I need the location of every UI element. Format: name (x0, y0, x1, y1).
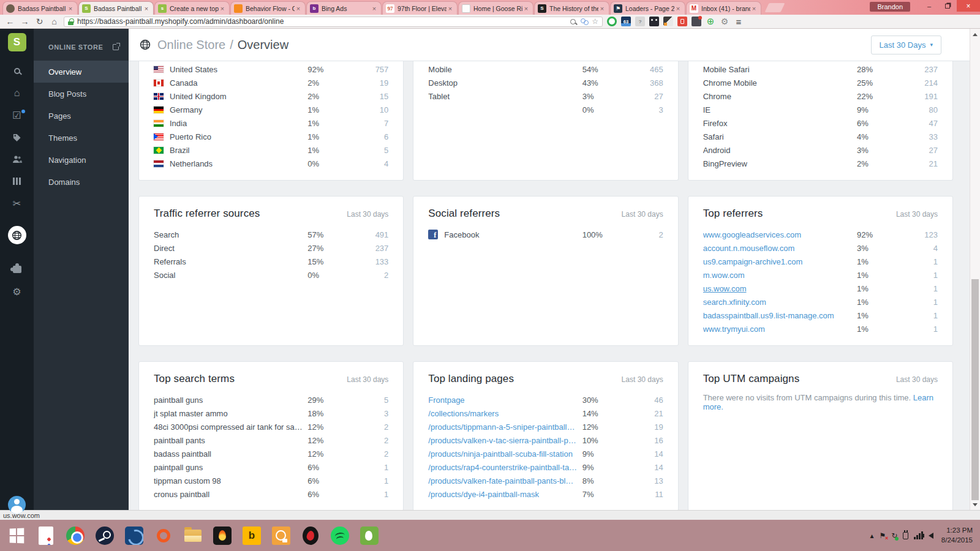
color-picker-ext-icon[interactable] (663, 17, 673, 26)
hidden-icons-arrow[interactable]: ▴ (870, 531, 873, 540)
browser-profile-chip[interactable]: Brandon (870, 2, 910, 12)
bookmark-star-icon[interactable]: ☆ (592, 17, 598, 26)
tab-bing-ads[interactable]: b Bing Ads × (306, 1, 382, 15)
online-store-icon[interactable] (0, 224, 34, 246)
referrer-link[interactable]: account.n.mouseflow.com (703, 244, 857, 253)
app-grid-icon[interactable] (33, 523, 59, 549)
tab-close-icon[interactable]: × (143, 5, 150, 12)
restore-button[interactable] (938, 0, 957, 12)
tab-close-icon[interactable]: × (295, 5, 302, 12)
evernote-icon[interactable] (356, 523, 382, 549)
date-range-button[interactable]: Last 30 Days ▾ (871, 36, 941, 54)
green-circle-ext-icon[interactable] (607, 17, 617, 26)
home-icon[interactable]: ⌂ (49, 17, 59, 26)
address-bar[interactable]: ☆ (64, 17, 603, 27)
close-button[interactable]: × (957, 0, 980, 12)
sidebar-menu-item[interactable]: Overview (34, 61, 129, 83)
shopify-logo[interactable]: S (8, 33, 26, 51)
sidebar-menu-item[interactable]: Pages (34, 105, 129, 127)
products-tag-icon[interactable] (0, 126, 34, 148)
home-nav-icon[interactable]: ⌂ (0, 82, 34, 104)
new-tab-button[interactable] (765, 3, 785, 12)
sidebar-menu-item[interactable]: Blog Posts (34, 83, 129, 105)
tab-close-icon[interactable]: × (371, 5, 378, 12)
landing-page-link[interactable]: /products/tippmann-a-5-sniper-paintball-… (428, 422, 582, 432)
bing-app-icon[interactable]: b (239, 523, 265, 549)
clipper-ext-icon[interactable] (692, 17, 701, 26)
volume-icon[interactable] (929, 533, 933, 539)
page-scrollbar[interactable] (970, 29, 980, 510)
user-avatar[interactable] (8, 496, 26, 514)
zoom-page-icon[interactable] (570, 19, 576, 24)
tab-loaders[interactable]: ⚑ Loaders - Page 2 × (610, 1, 685, 15)
landing-page-link[interactable]: /products/valken-v-tac-sierra-paintball-… (428, 436, 582, 445)
browser-menu-button[interactable]: ≡ (734, 17, 744, 26)
tab-create-new-topic[interactable]: s Create a new topic — × (154, 1, 230, 15)
tab-behavior-flow[interactable]: Behavior Flow - Goog × (230, 1, 306, 15)
https-lock-icon[interactable] (68, 18, 74, 25)
tab-close-icon[interactable]: × (447, 5, 454, 12)
ghostery-owl-ext-icon[interactable] (649, 17, 659, 26)
tab-close-icon[interactable]: × (67, 5, 74, 12)
view-store-external-link-icon[interactable] (113, 44, 119, 50)
tab-badass-paintball[interactable]: Badass Paintball × (2, 1, 78, 15)
tab-goose-river[interactable]: Home | Goose River P × (458, 1, 533, 15)
breadcrumb-section[interactable]: Online Store (157, 38, 225, 52)
origin-icon[interactable] (151, 523, 176, 549)
forward-icon[interactable]: → (20, 17, 30, 26)
discounts-icon[interactable]: ✂ (0, 192, 34, 214)
tab-counter-ext-icon[interactable]: 63 (621, 17, 631, 26)
measure-ext-icon[interactable]: ? (635, 17, 645, 26)
referrer-link[interactable]: us.wow.com (703, 284, 857, 293)
referrer-link[interactable]: search.xfinity.com (703, 298, 857, 307)
minimize-button[interactable]: – (920, 0, 938, 12)
referrer-link[interactable]: www.googleadservices.com (703, 230, 857, 239)
referrer-link[interactable]: us9.campaign-archive1.com (703, 257, 857, 266)
landing-page-link[interactable]: /products/rap4-counterstrike-paintball-t… (428, 463, 582, 472)
referrer-link[interactable]: m.wow.com (703, 271, 857, 280)
sync-icon[interactable]: ↻ (891, 531, 897, 540)
apps-icon[interactable] (0, 258, 34, 280)
landing-page-link[interactable]: Frontpage (428, 395, 582, 405)
scroll-down-arrow[interactable] (970, 500, 980, 509)
landing-page-link[interactable]: /products/valken-fate-paintball-pants-bl… (428, 476, 582, 485)
tab-gmail-inbox[interactable]: M Inbox (41) - brandon × (686, 1, 761, 15)
spotify-icon[interactable] (327, 523, 353, 549)
customers-icon[interactable] (0, 148, 34, 170)
tab-close-icon[interactable]: × (674, 5, 682, 12)
start-button[interactable] (4, 523, 29, 549)
landing-page-link[interactable]: /products/dye-i4-paintball-mask (428, 490, 582, 499)
search-icon[interactable] (0, 60, 34, 82)
tab-close-icon[interactable]: × (750, 5, 758, 12)
sidebar-menu-item[interactable]: Domains (34, 171, 129, 193)
referrer-link[interactable]: www.trymyui.com (703, 324, 857, 334)
reports-icon[interactable] (0, 170, 34, 192)
red-tag-ext-icon[interactable] (677, 17, 687, 26)
scrollbar-thumb[interactable] (971, 279, 979, 500)
settings-icon[interactable]: ⚙ (0, 280, 34, 302)
action-center-flag-icon[interactable]: ⚑ (880, 531, 886, 540)
mail-clock-app-icon[interactable] (268, 523, 294, 549)
tab-close-icon[interactable]: × (219, 5, 226, 12)
red-emblem-app-icon[interactable] (298, 523, 323, 549)
flame-app-icon[interactable] (209, 523, 235, 549)
landing-page-link[interactable]: /collections/markers (428, 409, 582, 418)
sidebar-menu-item[interactable]: Navigation (34, 149, 129, 171)
blue-swirl-app-icon[interactable] (121, 523, 147, 549)
tab-close-icon[interactable]: × (598, 5, 606, 12)
sidebar-menu-item[interactable]: Themes (34, 127, 129, 149)
scroll-up-arrow[interactable] (970, 30, 980, 39)
orders-icon[interactable]: ☑ (0, 104, 34, 126)
reload-icon[interactable]: ↻ (34, 17, 45, 26)
target-ext-icon[interactable]: ⊕ (706, 17, 715, 26)
landing-page-link[interactable]: /products/ninja-paintball-scuba-fill-sta… (428, 449, 582, 459)
gear-ext-icon[interactable]: ⚙ (720, 17, 729, 26)
chrome-taskbar-icon[interactable] (62, 523, 88, 549)
tab-close-icon[interactable]: × (522, 5, 530, 12)
taskbar-clock[interactable]: 1:23 PM 8/24/2015 (941, 526, 973, 545)
back-icon[interactable]: ← (5, 17, 15, 26)
file-explorer-icon[interactable] (180, 523, 206, 549)
url-input[interactable] (77, 17, 568, 26)
tab-97th-floor[interactable]: 97 97th Floor | Elevating × (382, 1, 458, 15)
link-icon[interactable] (581, 18, 588, 24)
